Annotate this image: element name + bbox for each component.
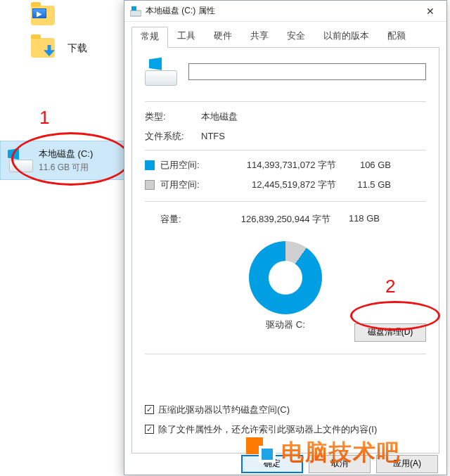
svg-rect-0	[130, 11, 141, 16]
general-panel: 类型: 本地磁盘 文件系统: NTFS 已用空间: 114,393,731,07…	[131, 48, 439, 454]
capacity-label: 容量:	[145, 213, 218, 226]
disk-cleanup-label: 磁盘清理(D)	[368, 326, 413, 338]
svg-rect-1	[131, 6, 136, 11]
capacity-bytes: 126,839,250,944 字节	[218, 213, 330, 226]
checkbox-icon	[145, 425, 154, 434]
folder-label: 下载	[68, 42, 87, 55]
tab-general[interactable]: 常规	[131, 27, 168, 48]
watermark-icon	[246, 437, 277, 468]
drive-c-item[interactable]: 本地磁盘 (C:) 11.6 GB 可用	[0, 141, 134, 180]
used-label: 已用空间:	[160, 159, 218, 172]
titlebar: 本地磁盘 (C:) 属性 ✕	[124, 1, 446, 22]
drive-hero-icon	[145, 58, 177, 86]
separator	[145, 150, 426, 150]
tab-hardware[interactable]: 硬件	[205, 26, 241, 47]
tab-tools[interactable]: 工具	[168, 26, 205, 47]
checkbox-icon	[145, 405, 154, 414]
compress-label: 压缩此驱动器以节约磁盘空间(C)	[158, 404, 290, 416]
watermark: 电脑技术吧	[246, 432, 401, 474]
type-label: 类型:	[145, 110, 201, 123]
folder-icon	[31, 38, 55, 58]
tab-security[interactable]: 安全	[278, 26, 314, 47]
folder-downloads[interactable]: 下载	[0, 35, 134, 63]
separator	[145, 354, 426, 354]
tab-previous-versions[interactable]: 以前的版本	[314, 26, 378, 47]
drive-caption: 驱动器 C:	[249, 319, 322, 331]
drive-subtitle: 11.6 GB 可用	[39, 162, 127, 174]
free-label: 可用空间:	[160, 179, 218, 191]
drive-title: 本地磁盘 (C:)	[39, 148, 127, 160]
used-bytes: 114,393,731,072 字节	[224, 159, 336, 172]
used-gb: 106 GB	[342, 160, 391, 170]
usage-donut-chart	[249, 241, 322, 314]
folder-videos[interactable]: ▶	[0, 3, 134, 31]
free-bytes: 12,445,519,872 字节	[224, 179, 336, 191]
disk-cleanup-button[interactable]: 磁盘清理(D)	[354, 323, 426, 342]
separator	[145, 201, 426, 202]
drive-name-input[interactable]	[188, 63, 426, 80]
dialog-title: 本地磁盘 (C:) 属性	[146, 5, 215, 17]
separator	[145, 101, 426, 102]
tabstrip: 常规 工具 硬件 共享 安全 以前的版本 配额	[124, 22, 446, 47]
used-swatch-icon	[145, 160, 155, 170]
explorer-pane: ▶ 下载 本地磁盘 (C:) 11.6 GB 可用	[0, 0, 134, 476]
capacity-gb: 118 GB	[330, 213, 380, 226]
drive-icon	[8, 148, 33, 174]
filesystem-value: NTFS	[201, 131, 225, 141]
type-value: 本地磁盘	[201, 110, 238, 123]
drive-icon	[130, 6, 141, 17]
tab-quota[interactable]: 配额	[378, 26, 415, 47]
free-gb: 11.5 GB	[342, 179, 391, 190]
space-grid: 已用空间: 114,393,731,072 字节 106 GB 可用空间: 12…	[145, 159, 426, 191]
watermark-text: 电脑技术吧	[281, 437, 401, 468]
video-icon: ▶	[32, 8, 46, 18]
close-button[interactable]: ✕	[414, 1, 446, 22]
tab-sharing[interactable]: 共享	[241, 26, 278, 47]
free-swatch-icon	[145, 180, 155, 190]
filesystem-label: 文件系统:	[145, 130, 201, 143]
properties-dialog: 本地磁盘 (C:) 属性 ✕ 常规 工具 硬件 共享 安全 以前的版本 配额 类…	[124, 0, 447, 475]
compress-checkbox[interactable]: 压缩此驱动器以节约磁盘空间(C)	[145, 404, 426, 416]
